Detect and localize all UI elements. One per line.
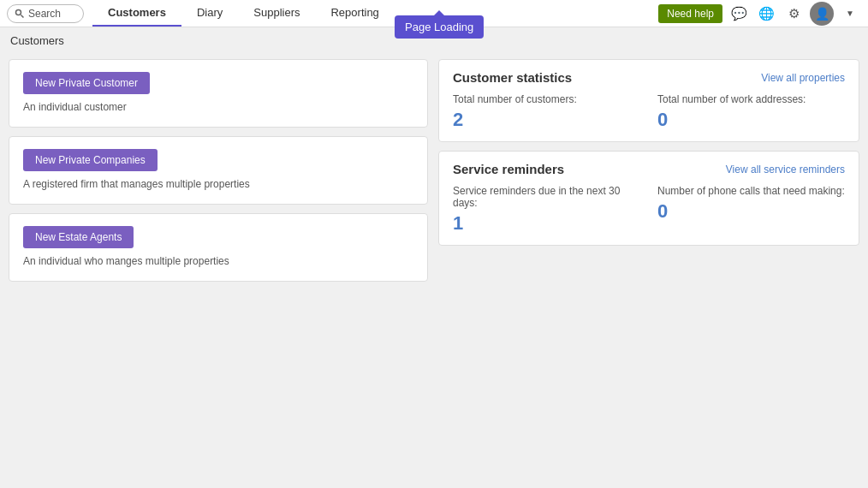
due-30-days-stat: Service reminders due in the next 30 day… — [453, 185, 640, 235]
settings-icon-button[interactable]: ⚙ — [782, 3, 805, 25]
new-private-customer-desc: An individual customer — [23, 101, 413, 113]
svg-point-0 — [16, 9, 21, 15]
nav-right: Need help 💬 🌐 ⚙ 👤 ▼ — [658, 2, 861, 26]
svg-line-1 — [21, 15, 24, 17]
nav-tab-suppliers[interactable]: Suppliers — [238, 0, 315, 27]
new-estate-agents-card: New Estate Agents An individual who mang… — [9, 213, 428, 282]
right-panel: Customer statistics View all properties … — [438, 59, 859, 282]
total-customers-label: Total number of customers: — [453, 93, 640, 105]
new-estate-agents-desc: An individual who manges multiple proper… — [23, 255, 413, 267]
new-private-companies-button[interactable]: New Private Companies — [23, 149, 158, 171]
service-reminders-card: Service reminders View all service remin… — [438, 151, 859, 246]
nav-tab-reporting[interactable]: Reporting — [315, 0, 394, 27]
phone-calls-label: Number of phone calls that need making: — [657, 185, 845, 197]
view-all-service-reminders-link[interactable]: View all service reminders — [726, 164, 845, 176]
nav-tab-customers[interactable]: Customers — [92, 0, 181, 27]
service-reminders-title: Service reminders — [453, 162, 564, 176]
total-work-addresses-label: Total number of work addresses: — [657, 93, 845, 105]
due-30-days-value: 1 — [453, 212, 640, 235]
new-estate-agents-button[interactable]: New Estate Agents — [23, 226, 134, 248]
customer-statistics-row: Total number of customers: 2 Total numbe… — [453, 93, 845, 131]
due-30-days-label: Service reminders due in the next 30 day… — [453, 185, 640, 209]
service-reminders-row: Service reminders due in the next 30 day… — [453, 185, 845, 235]
new-private-customer-card: New Private Customer An individual custo… — [9, 59, 428, 128]
new-private-companies-card: New Private Companies A registered firm … — [9, 136, 428, 205]
total-customers-value: 2 — [453, 109, 640, 131]
search-icon — [15, 9, 25, 19]
search-box[interactable]: Search — [7, 4, 84, 23]
service-reminders-header: Service reminders View all service remin… — [453, 162, 845, 176]
phone-calls-stat: Number of phone calls that need making: … — [657, 185, 845, 235]
total-customers-stat: Total number of customers: 2 — [453, 93, 640, 131]
search-label: Search — [28, 8, 61, 20]
nav-tab-diary[interactable]: Diary — [181, 0, 238, 27]
page-loading-tooltip: Page Loading — [395, 15, 484, 39]
left-panel: New Private Customer An individual custo… — [9, 59, 428, 282]
main-content: New Private Customer An individual custo… — [0, 54, 868, 287]
nav-tabs: Customers Diary Suppliers Reporting — [92, 0, 658, 27]
customer-statistics-title: Customer statistics — [453, 70, 572, 85]
chat-icon-button[interactable]: 💬 — [728, 3, 750, 25]
need-help-button[interactable]: Need help — [658, 4, 722, 23]
globe-icon-button[interactable]: 🌐 — [755, 3, 777, 25]
view-all-properties-link[interactable]: View all properties — [761, 72, 845, 84]
user-avatar-button[interactable]: 👤 — [810, 2, 834, 26]
phone-calls-value: 0 — [657, 200, 845, 223]
customer-statistics-card: Customer statistics View all properties … — [438, 59, 859, 142]
total-work-addresses-stat: Total number of work addresses: 0 — [657, 93, 845, 131]
customer-statistics-header: Customer statistics View all properties — [453, 70, 845, 85]
total-work-addresses-value: 0 — [657, 109, 845, 131]
new-private-companies-desc: A registered firm that manages multiple … — [23, 178, 413, 190]
top-nav: Search Customers Diary Suppliers Reporti… — [0, 0, 868, 27]
new-private-customer-button[interactable]: New Private Customer — [23, 72, 150, 94]
chevron-down-icon[interactable]: ▼ — [839, 3, 861, 25]
